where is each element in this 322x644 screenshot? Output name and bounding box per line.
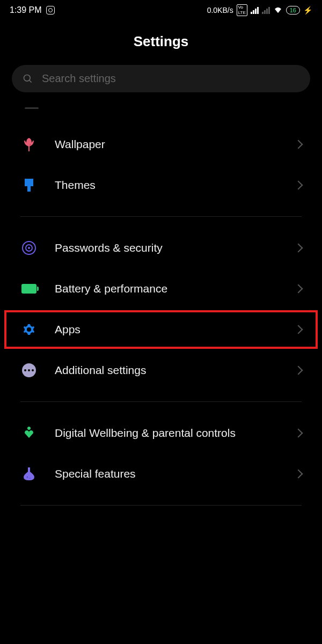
- settings-item-label: Digital Wellbeing & parental controls: [55, 426, 278, 440]
- status-data-rate: 0.0KB/s: [207, 6, 233, 14]
- tulip-icon: [20, 136, 38, 153]
- chevron-right-icon: [294, 140, 303, 149]
- settings-content: Wallpaper Themes Passwords & security Ba…: [0, 92, 322, 506]
- fingerprint-icon: [20, 239, 38, 257]
- settings-item-themes[interactable]: Themes: [0, 165, 322, 206]
- settings-item-wallpaper[interactable]: Wallpaper: [0, 124, 322, 165]
- gear-icon: [20, 321, 38, 338]
- svg-point-4: [27, 327, 31, 332]
- svg-rect-2: [25, 179, 33, 186]
- chevron-right-icon: [294, 284, 303, 294]
- settings-item-battery-performance[interactable]: Battery & performance: [0, 268, 322, 309]
- chevron-right-icon: [294, 429, 303, 438]
- flask-icon: [20, 465, 38, 482]
- chevron-right-icon: [294, 470, 303, 479]
- settings-item-label: Special features: [55, 466, 278, 481]
- search-input[interactable]: Search settings: [12, 65, 310, 92]
- svg-point-6: [27, 477, 28, 478]
- brush-icon: [20, 177, 38, 194]
- chevron-right-icon: [294, 366, 303, 375]
- settings-item-apps[interactable]: Apps: [3, 309, 319, 350]
- settings-item-label: Themes: [55, 178, 278, 192]
- heart-icon: [20, 425, 38, 442]
- svg-point-7: [30, 478, 31, 479]
- search-icon: [23, 74, 33, 84]
- settings-item-label: Apps: [55, 322, 278, 336]
- settings-item-passwords-security[interactable]: Passwords & security: [0, 228, 322, 268]
- settings-group: Passwords & security Battery & performan…: [0, 217, 322, 401]
- settings-item-label: Battery & performance: [55, 281, 278, 296]
- volte-icon: VoLTE: [237, 4, 247, 16]
- group-divider: [20, 505, 302, 506]
- chevron-right-icon: [294, 325, 303, 334]
- svg-point-0: [24, 75, 31, 81]
- settings-item-label: Passwords & security: [55, 240, 278, 255]
- settings-item-digital-wellbeing[interactable]: Digital Wellbeing & parental controls: [0, 413, 322, 453]
- partial-item-stub: [25, 107, 39, 109]
- signal-icon: [251, 6, 259, 14]
- chevron-right-icon: [294, 244, 303, 253]
- status-time: 1:39 PM: [10, 5, 42, 15]
- status-bar: 1:39 PM 0.0KB/s VoLTE 16 ⚡: [0, 0, 322, 20]
- search-placeholder: Search settings: [42, 72, 116, 85]
- settings-group: Wallpaper Themes: [0, 113, 322, 216]
- settings-item-special-features[interactable]: Special features: [0, 453, 322, 494]
- instagram-icon: [46, 6, 55, 14]
- charging-icon: ⚡: [303, 6, 312, 14]
- status-right: 0.0KB/s VoLTE 16 ⚡: [207, 4, 312, 16]
- signal-icon-secondary: [262, 6, 270, 14]
- settings-item-label: Wallpaper: [55, 137, 278, 151]
- svg-rect-3: [27, 186, 31, 192]
- chevron-right-icon: [294, 181, 303, 190]
- battery-icon: [20, 280, 38, 297]
- settings-item-additional-settings[interactable]: Additional settings: [0, 350, 322, 391]
- battery-icon: 16: [286, 6, 300, 14]
- more-icon: [20, 362, 38, 379]
- svg-line-1: [30, 80, 32, 82]
- page-title: Settings: [0, 20, 322, 65]
- wifi-icon: [273, 6, 283, 14]
- settings-group: Digital Wellbeing & parental controls Sp…: [0, 402, 322, 505]
- settings-item-label: Additional settings: [55, 363, 278, 377]
- svg-point-5: [27, 427, 31, 430]
- status-left: 1:39 PM: [10, 5, 55, 15]
